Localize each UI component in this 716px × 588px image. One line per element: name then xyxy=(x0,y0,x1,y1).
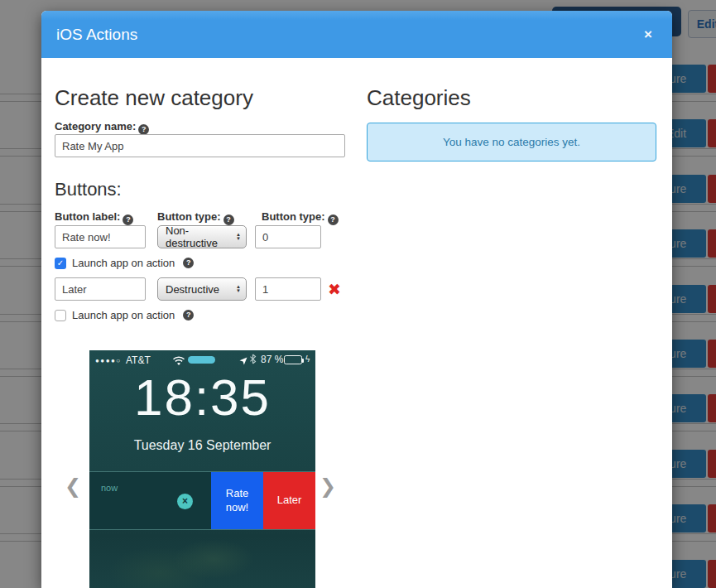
select-arrows-icon: ▲▼ xyxy=(236,233,241,241)
launch-app-row-1: ✓ Launch app on action? xyxy=(55,257,194,269)
button-type-column-header: Button type:? xyxy=(157,209,234,225)
create-category-heading: Create new category xyxy=(55,85,253,111)
category-name-input[interactable] xyxy=(55,134,345,157)
button-type2-column-header: Button type:? xyxy=(262,209,339,225)
location-arrow-icon xyxy=(239,354,247,369)
charging-bolt-icon: ϟ xyxy=(305,354,310,364)
launch-app-row-2: Launch app on action? xyxy=(55,309,194,321)
preview-action-later: Later xyxy=(263,472,315,529)
button-label-input-2[interactable] xyxy=(55,277,146,301)
select-value: Non-destructive xyxy=(166,224,236,249)
wifi-icon xyxy=(172,354,185,369)
carousel-prev-icon[interactable]: ❮ xyxy=(65,476,81,496)
carousel-next-icon[interactable]: ❯ xyxy=(320,476,336,496)
screen: Edit Configure Edit Configure Configure … xyxy=(0,0,716,588)
remove-button-icon[interactable]: ✖ xyxy=(328,282,341,297)
launch-app-label: Launch app on action xyxy=(72,309,175,321)
close-icon[interactable]: × xyxy=(639,26,657,44)
button-type-select-1[interactable]: Non-destructive ▲▼ xyxy=(157,225,247,248)
notification-time-label: now xyxy=(101,483,118,493)
phone-preview-image: ●●●●○ AT&T 87 % ϟ 18:35 Tuesday 16 Septe… xyxy=(89,350,315,588)
notification-banner: now × Rate now! Later xyxy=(89,471,315,530)
button-label-text: Button label: xyxy=(55,210,120,223)
modal-title: iOS Actions xyxy=(56,26,137,44)
help-icon[interactable]: ? xyxy=(328,214,339,225)
bluetooth-icon xyxy=(249,353,257,368)
help-icon[interactable]: ? xyxy=(123,214,133,225)
button-order-input-2[interactable] xyxy=(255,277,321,301)
carrier-label: AT&T xyxy=(126,354,151,366)
battery-icon xyxy=(284,355,302,364)
hotspot-pill xyxy=(188,356,215,364)
button-type-text: Button type: xyxy=(157,210,221,223)
no-categories-alert: You have no categories yet. xyxy=(367,123,656,161)
lockscreen-clock: 18:35 xyxy=(89,372,315,423)
ios-actions-modal: iOS Actions × Create new category Catego… xyxy=(41,11,672,588)
buttons-heading: Buttons: xyxy=(55,179,122,200)
battery-percent-label: 87 % xyxy=(261,354,283,365)
lockscreen-date: Tuesday 16 September xyxy=(89,438,315,453)
launch-app-checkbox-unchecked[interactable] xyxy=(55,310,66,321)
category-name-label-row: Category name:? xyxy=(55,118,149,135)
help-icon[interactable]: ? xyxy=(183,310,194,321)
launch-app-label: Launch app on action xyxy=(72,257,175,269)
button-type-text: Button type: xyxy=(262,210,325,223)
button-label-column-header: Button label:? xyxy=(55,209,133,225)
categories-heading: Categories xyxy=(367,85,471,111)
signal-dots-icon: ●●●●○ xyxy=(95,357,122,364)
button-order-input-1[interactable] xyxy=(255,225,321,248)
button-label-input-1[interactable] xyxy=(55,225,146,248)
modal-header: iOS Actions × xyxy=(41,11,672,58)
preview-action-rate-now: Rate now! xyxy=(211,472,263,529)
help-icon[interactable]: ? xyxy=(183,258,194,268)
launch-app-checkbox-checked[interactable]: ✓ xyxy=(55,258,66,269)
select-arrows-icon: ▲▼ xyxy=(236,285,241,293)
button-type-select-2[interactable]: Destructive ▲▼ xyxy=(157,277,247,301)
category-name-label: Category name: xyxy=(55,120,136,133)
dismiss-icon: × xyxy=(177,494,193,509)
select-value: Destructive xyxy=(166,283,219,296)
